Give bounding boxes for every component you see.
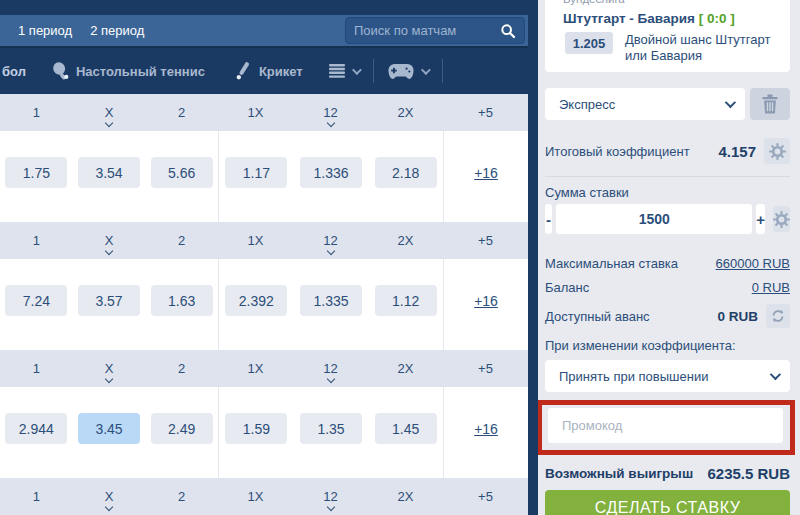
odd-cell[interactable]: 3.57 bbox=[78, 285, 140, 316]
col-header-2x[interactable]: 2X bbox=[368, 222, 443, 259]
col-header-1[interactable]: 1 bbox=[0, 94, 73, 131]
more-odds-link[interactable]: +16 bbox=[474, 165, 498, 181]
chevron-down-icon bbox=[326, 119, 334, 127]
col-header-1[interactable]: 1 bbox=[0, 350, 73, 387]
place-bet-button[interactable]: СДЕЛАТЬ СТАВКУ bbox=[545, 490, 790, 515]
col-header-1x[interactable]: 1X bbox=[218, 478, 293, 515]
col-header-x[interactable]: X bbox=[73, 478, 146, 515]
odd-cell[interactable]: 2.18 bbox=[375, 157, 437, 188]
coef-change-select[interactable]: Принять при повышении bbox=[545, 360, 790, 392]
period-tabbar: 1 период 2 период Поиск по матчам bbox=[0, 15, 528, 48]
max-bet-label: Максимальная ставка bbox=[545, 256, 716, 271]
refresh-advance-button[interactable] bbox=[766, 304, 790, 328]
amount-plus-button[interactable]: + bbox=[756, 204, 765, 234]
max-bet-value-link[interactable]: 660000 RUB bbox=[716, 256, 790, 271]
col-header-1[interactable]: 1 bbox=[0, 222, 73, 259]
refresh-icon bbox=[770, 308, 786, 324]
chevron-down-icon bbox=[326, 375, 334, 383]
bet-description: Двойной шанс Штутгарт или Бавария bbox=[625, 32, 778, 64]
sport-item-cricket[interactable]: Крикет bbox=[259, 64, 303, 79]
col-header-2x[interactable]: 2X bbox=[368, 350, 443, 387]
col-header-2[interactable]: 2 bbox=[145, 222, 218, 259]
search-input[interactable]: Поиск по матчам bbox=[345, 17, 525, 44]
divider bbox=[373, 59, 374, 83]
odd-cell[interactable]: 2.944 bbox=[5, 413, 67, 444]
more-odds-link[interactable]: +16 bbox=[474, 293, 498, 309]
tab-period-1[interactable]: 1 период bbox=[18, 23, 72, 38]
odd-cell[interactable]: 1.59 bbox=[225, 413, 287, 444]
col-header-2x[interactable]: 2X bbox=[368, 478, 443, 515]
gamepad-icon[interactable] bbox=[388, 63, 428, 80]
coef-change-value: Принять при повышении bbox=[559, 369, 708, 384]
col-header-more[interactable]: +5 bbox=[443, 478, 528, 515]
total-coefficient-row: Итоговый коэффициент 4.157 bbox=[545, 138, 790, 177]
match-score: [ 0:0 ] bbox=[699, 11, 735, 26]
odd-cell[interactable]: 1.75 bbox=[5, 157, 67, 188]
col-header-more[interactable]: +5 bbox=[443, 94, 528, 131]
col-header-x[interactable]: X bbox=[73, 222, 146, 259]
col-header-1x[interactable]: 1X bbox=[218, 350, 293, 387]
col-header-2x[interactable]: 2X bbox=[368, 94, 443, 131]
amount-stepper: - + bbox=[545, 204, 790, 234]
col-header-1[interactable]: 1 bbox=[0, 478, 73, 515]
col-header-1x[interactable]: 1X bbox=[218, 222, 293, 259]
amount-settings-button[interactable] bbox=[773, 206, 790, 232]
advance-row: Доступный аванс 0 RUB bbox=[545, 304, 790, 328]
total-coefficient-label: Итоговый коэффициент bbox=[545, 144, 718, 159]
bet-type-select[interactable]: Экспресс bbox=[545, 88, 745, 120]
max-bet-row: Максимальная ставка 660000 RUB bbox=[545, 256, 790, 271]
search-icon[interactable] bbox=[500, 23, 516, 39]
odd-cell[interactable]: 1.17 bbox=[225, 157, 287, 188]
delete-bet-button[interactable] bbox=[750, 88, 790, 120]
col-header-2[interactable]: 2 bbox=[145, 94, 218, 131]
col-header-x[interactable]: X bbox=[73, 350, 146, 387]
advance-label: Доступный аванс bbox=[545, 309, 717, 324]
chevron-down-icon bbox=[105, 119, 113, 127]
more-odds-link[interactable]: +16 bbox=[474, 421, 498, 437]
chevron-down-icon bbox=[105, 375, 113, 383]
col-header-2[interactable]: 2 bbox=[145, 350, 218, 387]
tab-period-2[interactable]: 2 период bbox=[90, 23, 144, 38]
sport-item-football-cut[interactable]: бол bbox=[2, 64, 26, 79]
col-header-more[interactable]: +5 bbox=[443, 222, 528, 259]
chevron-down-icon bbox=[352, 65, 362, 75]
odd-cell[interactable]: 5.66 bbox=[151, 157, 213, 188]
advance-value: 0 RUB bbox=[717, 309, 758, 324]
odd-cell-selected[interactable]: 3.45 bbox=[78, 413, 140, 444]
col-header-1x[interactable]: 1X bbox=[218, 94, 293, 131]
balance-value-link[interactable]: 0 RUB bbox=[752, 280, 790, 295]
promo-highlight-box bbox=[538, 400, 795, 455]
odd-cell[interactable]: 1.12 bbox=[375, 285, 437, 316]
betslip-panel: Бундеслига Штутгарт - Бавария [ 0:0 ] 1.… bbox=[538, 0, 800, 515]
possible-win-value: 6235.5 RUB bbox=[707, 465, 790, 482]
odds-header-row: 1 X 2 1X 12 2X +5 bbox=[0, 478, 528, 515]
cricket-icon bbox=[233, 61, 253, 81]
odd-cell[interactable]: 2.392 bbox=[225, 285, 287, 316]
col-header-2[interactable]: 2 bbox=[145, 478, 218, 515]
coefficient-settings-button[interactable] bbox=[764, 138, 790, 164]
possible-win-label: Возможный выигрыш bbox=[545, 466, 707, 481]
odd-cell[interactable]: 1.336 bbox=[300, 157, 362, 188]
odd-cell[interactable]: 3.54 bbox=[78, 157, 140, 188]
col-header-12[interactable]: 12 bbox=[293, 94, 368, 131]
col-header-x[interactable]: X bbox=[73, 94, 146, 131]
list-menu-icon[interactable] bbox=[329, 64, 359, 78]
col-header-12[interactable]: 12 bbox=[293, 350, 368, 387]
odd-cell[interactable]: 1.63 bbox=[151, 285, 213, 316]
odd-cell[interactable]: 2.49 bbox=[151, 413, 213, 444]
col-header-12[interactable]: 12 bbox=[293, 222, 368, 259]
promo-code-input[interactable] bbox=[548, 408, 783, 443]
chevron-down-icon bbox=[326, 247, 334, 255]
col-header-12[interactable]: 12 bbox=[293, 478, 368, 515]
table-tennis-icon bbox=[50, 61, 70, 81]
odd-cell[interactable]: 7.24 bbox=[5, 285, 67, 316]
odd-cell[interactable]: 1.335 bbox=[300, 285, 362, 316]
col-header-more[interactable]: +5 bbox=[443, 350, 528, 387]
match-odds-row: 1.75 3.54 5.66 1.17 1.336 2.18 +16 bbox=[0, 131, 528, 222]
odds-header-row: 1 X 2 1X 12 2X +5 bbox=[0, 94, 528, 131]
sport-item-table-tennis[interactable]: Настольный теннис bbox=[76, 64, 205, 79]
amount-input[interactable] bbox=[556, 204, 752, 234]
odd-cell[interactable]: 1.35 bbox=[300, 413, 362, 444]
amount-minus-button[interactable]: - bbox=[545, 204, 552, 234]
odd-cell[interactable]: 1.45 bbox=[375, 413, 437, 444]
